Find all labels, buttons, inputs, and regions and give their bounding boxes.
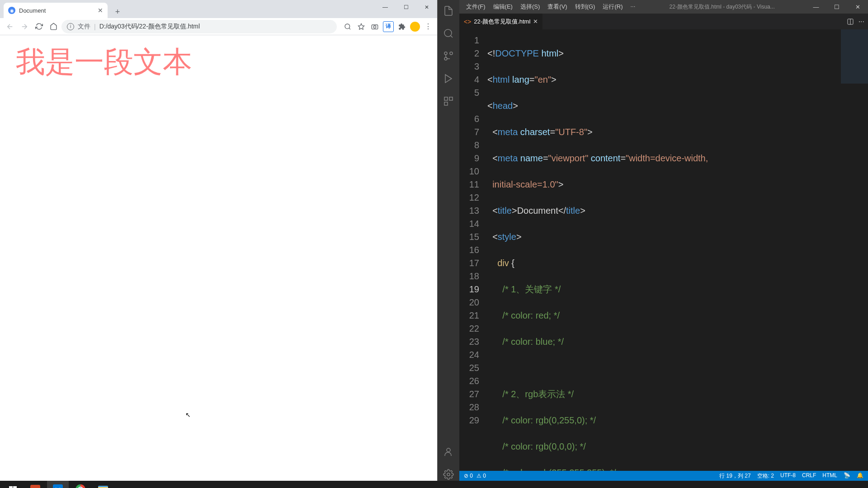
source-control-icon[interactable] — [442, 50, 455, 62]
minimap[interactable] — [841, 29, 868, 120]
svg-rect-9 — [444, 97, 448, 100]
window-title: 22-颜色常见取值.html - day03代码 - Visua... — [638, 3, 806, 11]
home-button[interactable] — [47, 20, 60, 33]
chrome-window: ◉ Document ✕ + — ☐ ✕ — [0, 0, 438, 481]
camera-icon[interactable] — [369, 21, 380, 32]
svg-rect-11 — [444, 102, 448, 105]
status-language[interactable]: HTML — [822, 472, 837, 480]
url-path: D:/day03代码/22-颜色常见取值.html — [99, 23, 200, 31]
address-bar[interactable]: i 文件 | D:/day03代码/22-颜色常见取值.html — [61, 20, 337, 33]
svg-point-12 — [447, 448, 450, 452]
split-editor-icon[interactable] — [847, 18, 854, 25]
vscode-window: 文件(F) 编辑(E) 选择(S) 查看(V) 转到(G) 运行(R) ··· … — [438, 0, 868, 481]
taskbar-chrome[interactable] — [70, 481, 91, 488]
start-button[interactable] — [2, 481, 24, 488]
page-content: 我是一段文本 ↖ — [0, 35, 437, 481]
status-indent[interactable]: 空格: 2 — [757, 472, 774, 480]
taskbar-powerpoint[interactable] — [24, 481, 46, 488]
mouse-cursor-icon: ↖ — [185, 411, 191, 418]
menu-edit[interactable]: 编辑(E) — [490, 3, 516, 11]
menu-more[interactable]: ··· — [627, 3, 638, 11]
tab-title: Document — [19, 7, 46, 14]
bookmark-star-icon[interactable] — [356, 21, 367, 32]
chrome-tabstrip: ◉ Document ✕ + — ☐ ✕ — [0, 0, 437, 18]
forward-button[interactable] — [18, 20, 31, 33]
svg-marker-1 — [358, 23, 364, 29]
line-gutter: 12345 6789101112131415161718192021222324… — [459, 29, 487, 471]
svg-point-5 — [450, 52, 453, 55]
back-button[interactable] — [4, 20, 16, 33]
menu-file[interactable]: 文件(F) — [463, 3, 489, 11]
taskbar-vscode[interactable]: ⋈ — [47, 481, 69, 488]
activity-bar — [438, 0, 459, 481]
chrome-minimize-button[interactable]: — — [375, 0, 396, 14]
more-actions-icon[interactable]: ··· — [859, 18, 864, 26]
run-debug-icon[interactable] — [442, 72, 455, 85]
chrome-menu-button[interactable]: ⋮ — [423, 21, 434, 32]
vscode-minimize-button[interactable]: — — [806, 0, 826, 14]
svg-point-7 — [444, 52, 447, 55]
svg-point-0 — [345, 24, 350, 29]
editor-tabs: <> 22-颜色常见取值.html ✕ ··· — [459, 14, 868, 29]
favicon-icon: ◉ — [8, 7, 15, 14]
code-editor[interactable]: 12345 6789101112131415161718192021222324… — [459, 29, 868, 471]
tab-filename: 22-颜色常见取值.html — [474, 18, 530, 26]
status-feedback-icon[interactable]: 📡 — [844, 472, 850, 480]
windows-taskbar: ⋈ ˄ — [0, 481, 868, 488]
status-bar: ⊘ 0 ⚠ 0 行 19，列 27 空格: 2 UTF-8 CRLF HTML … — [459, 471, 868, 481]
tab-close-icon[interactable]: ✕ — [533, 18, 538, 25]
html-file-icon: <> — [464, 18, 471, 25]
chrome-close-button[interactable]: ✕ — [416, 0, 437, 14]
site-info-icon[interactable]: i — [67, 23, 74, 30]
search-icon[interactable] — [442, 27, 455, 40]
status-encoding[interactable]: UTF-8 — [780, 472, 796, 480]
svg-point-4 — [444, 29, 452, 37]
url-scheme-label: 文件 — [78, 23, 90, 31]
tab-close-button[interactable]: ✕ — [98, 7, 103, 14]
vscode-close-button[interactable]: ✕ — [847, 0, 868, 14]
vscode-maximize-button[interactable]: ☐ — [826, 0, 847, 14]
status-errors[interactable]: ⊘ 0 — [464, 473, 473, 479]
code-content[interactable]: <!DOCTYPE html> <html lang="en"> <head> … — [487, 29, 868, 471]
reload-button[interactable] — [33, 20, 45, 33]
browser-tab[interactable]: ◉ Document ✕ — [4, 3, 108, 18]
menu-selection[interactable]: 选择(S) — [517, 3, 543, 11]
status-warnings[interactable]: ⚠ 0 — [476, 473, 486, 479]
menu-view[interactable]: 查看(V) — [544, 3, 570, 11]
translate-icon[interactable]: 译 — [383, 21, 394, 32]
chrome-maximize-button[interactable]: ☐ — [396, 0, 416, 14]
chrome-toolbar: i 文件 | D:/day03代码/22-颜色常见取值.html 译 ⋮ — [0, 18, 437, 35]
new-tab-button[interactable]: + — [111, 5, 124, 18]
account-icon[interactable] — [442, 446, 455, 458]
demo-text: 我是一段文本 — [16, 44, 421, 80]
extensions-icon[interactable] — [396, 21, 407, 32]
editor-tab[interactable]: <> 22-颜色常见取值.html ✕ — [459, 14, 543, 29]
svg-rect-10 — [449, 97, 453, 100]
vscode-titlebar: 文件(F) 编辑(E) 选择(S) 查看(V) 转到(G) 运行(R) ··· … — [459, 0, 868, 14]
status-cursor-pos[interactable]: 行 19，列 27 — [719, 472, 750, 480]
zoom-icon[interactable] — [342, 21, 353, 32]
svg-marker-8 — [445, 75, 452, 83]
svg-point-13 — [447, 473, 450, 476]
svg-point-3 — [373, 26, 376, 28]
menu-go[interactable]: 转到(G) — [572, 3, 599, 11]
extensions-icon[interactable] — [442, 95, 455, 108]
settings-gear-icon[interactable] — [442, 468, 455, 481]
profile-icon[interactable] — [410, 22, 420, 32]
status-eol[interactable]: CRLF — [802, 472, 816, 480]
explorer-icon[interactable] — [442, 5, 455, 17]
status-bell-icon[interactable]: 🔔 — [857, 472, 863, 480]
menu-bar: 文件(F) 编辑(E) 选择(S) 查看(V) 转到(G) 运行(R) ··· — [459, 3, 638, 11]
taskbar-explorer[interactable] — [92, 481, 114, 488]
menu-run[interactable]: 运行(R) — [599, 3, 626, 11]
